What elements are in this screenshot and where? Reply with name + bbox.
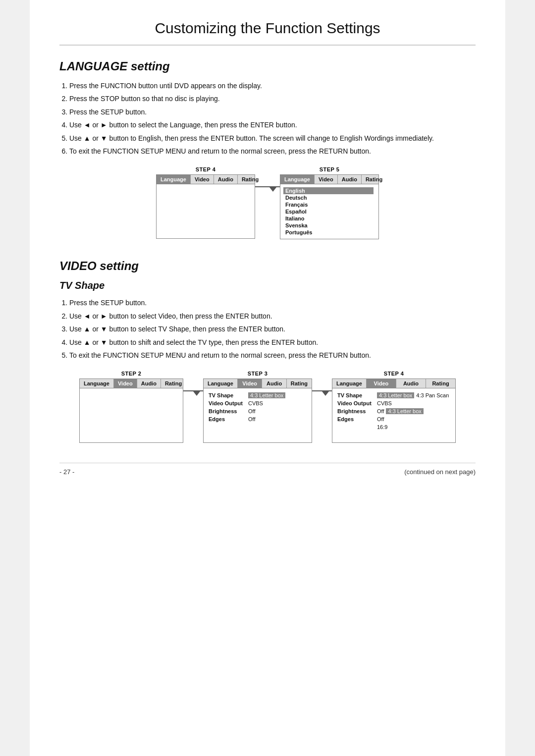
- language-section: LANGUAGE setting Press the FUNCTION butt…: [59, 59, 476, 239]
- vid-s2-h2: Video: [114, 379, 137, 388]
- vid-s4-row-brightness: Brightness Off 4:3 Letter box: [337, 407, 450, 415]
- arrow-down-2: [322, 391, 329, 396]
- vid-s4-row-tvshape: TV Shape 4:3 Letter box 4:3 Pan Scan: [337, 391, 450, 399]
- vid-s3-h3: Audio: [262, 379, 286, 388]
- vid-s3-row-edges: Edges Off: [209, 415, 307, 423]
- vid-step-3: Use ▲ or ▼ button to select TV Shape, th…: [69, 324, 476, 334]
- vid-s4-bright-v2: 4:3 Letter box: [386, 408, 423, 414]
- lang-step-2: Press the STOP button so that no disc is…: [69, 93, 476, 104]
- language-step5-block: STEP 5 Language Video Audio Rating Engli…: [280, 166, 379, 239]
- vid-s4-h3: Audio: [396, 379, 426, 388]
- vid-s3-row-tvshape: TV Shape 4:3 Letter box: [209, 391, 307, 399]
- vid-s4-tvshape-v1: 4:3 Letter box: [377, 392, 414, 398]
- language-section-title: LANGUAGE setting: [59, 59, 476, 73]
- vid-s3-h2: Video: [238, 379, 262, 388]
- lang-item-espanol: Español: [285, 208, 374, 215]
- lang-item-deutsch: Deutsch: [285, 194, 374, 201]
- language-step5-label: STEP 5: [280, 166, 379, 172]
- lang-step-4: Use ◄ or ► button to select the Language…: [69, 119, 476, 130]
- video-step4-menu: Language Video Audio Rating TV Shape 4:3…: [332, 378, 456, 443]
- vid-s2-h4: Rating: [161, 379, 186, 388]
- vid-s3-h4: Rating: [287, 379, 312, 388]
- lang-item-francais: Français: [285, 201, 374, 208]
- video-section: VIDEO setting TV Shape Press the SETUP b…: [59, 259, 476, 443]
- video-step4-body: TV Shape 4:3 Letter box 4:3 Pan Scan Vid…: [332, 388, 455, 434]
- video-step3-label: STEP 3: [203, 371, 312, 377]
- language-step4-label: STEP 4: [156, 166, 255, 172]
- arrow-down-triangle: [269, 187, 276, 192]
- lang-item-svenska: Svenska: [285, 222, 374, 229]
- lang-step-3: Press the SETUP button.: [69, 107, 476, 117]
- video-step4-label: STEP 4: [332, 371, 456, 377]
- video-step2-menu: Language Video Audio Rating: [79, 378, 183, 443]
- vid-s3-row-brightness: Brightness Off: [209, 407, 307, 415]
- vid-step-1: Press the SETUP button.: [69, 297, 476, 308]
- vid-s4-bright-v1: Off: [377, 408, 384, 414]
- lang-step-5: Use ▲ or ▼ button to English, then press…: [69, 133, 476, 144]
- language-step5-menu-body: English Deutsch Français Español Italian…: [280, 184, 378, 239]
- video-step2-header: Language Video Audio Rating: [80, 379, 183, 388]
- video-step3-header: Language Video Audio Rating: [204, 379, 312, 388]
- lang-s4-h2: Video: [191, 175, 214, 184]
- vid-arrow1: [183, 371, 203, 396]
- video-step4-header: Language Video Audio Rating: [332, 379, 455, 388]
- page-title: Customizing the Function Settings: [59, 20, 476, 46]
- lang-item-portugues: Português: [285, 229, 374, 236]
- vid-s4-row-videoout: Video Output CVBS: [337, 399, 450, 407]
- footer: - 27 - (continued on next page): [59, 463, 476, 476]
- lang-item-english: English: [283, 187, 374, 194]
- vid-s2-h1: Language: [80, 379, 114, 388]
- video-step3-body: TV Shape 4:3 Letter box Video Output CVB…: [204, 388, 312, 426]
- video-step2-label: STEP 2: [79, 371, 183, 377]
- vid-step-4: Use ▲ or ▼ button to shift and select th…: [69, 337, 476, 348]
- language-step4-block: STEP 4 Language Video Audio Rating: [156, 166, 255, 239]
- lang-s5-h2: Video: [315, 175, 338, 184]
- lang-arrow-connector: [255, 166, 280, 192]
- video-step4-block: STEP 4 Language Video Audio Rating TV Sh…: [332, 371, 456, 443]
- language-step4-menu-header: Language Video Audio Rating: [157, 175, 255, 184]
- page: Customizing the Function Settings LANGUA…: [30, 0, 505, 756]
- vid-s4-h4: Rating: [426, 379, 455, 388]
- footer-continued: (continued on next page): [404, 468, 476, 476]
- vid-step-2: Use ◄ or ► button to select Video, then …: [69, 311, 476, 322]
- language-step5-menu-header: Language Video Audio Rating: [280, 175, 378, 184]
- video-step3-block: STEP 3 Language Video Audio Rating TV Sh…: [203, 371, 312, 443]
- language-step5-menu: Language Video Audio Rating English Deut…: [280, 174, 379, 239]
- video-section-title: VIDEO setting: [59, 259, 476, 273]
- lang-step-6: To exit the FUNCTION SETUP MENU and retu…: [69, 146, 476, 157]
- video-step2-block: STEP 2 Language Video Audio Rating: [79, 371, 183, 443]
- lang-s5-h3: Audio: [338, 175, 362, 184]
- arrow-down-1: [193, 391, 200, 396]
- lang-s4-h1: Language: [157, 175, 191, 184]
- language-step4-menu: Language Video Audio Rating: [156, 174, 255, 239]
- vid-arrow2: [312, 371, 332, 396]
- lang-s5-h1: Language: [280, 175, 315, 184]
- vid-s4-row-edges: Edges Off: [337, 415, 450, 423]
- lang-step-1: Press the FUNCTION button until DVD appe…: [69, 80, 476, 91]
- vid-s3-h1: Language: [204, 379, 238, 388]
- vid-s3-row-videoout: Video Output CVBS: [209, 399, 307, 407]
- language-step4-menu-body: [157, 184, 255, 234]
- language-instructions: Press the FUNCTION button until DVD appe…: [59, 80, 476, 157]
- lang-item-italiano: Italiano: [285, 215, 374, 222]
- vid-step-5: To exit the FUNCTION SETUP MENU and retu…: [69, 350, 476, 361]
- footer-page-number: - 27 -: [59, 468, 74, 476]
- vid-s4-tvshape-v2: 4:3 Pan Scan: [416, 392, 449, 398]
- video-subsection-title: TV Shape: [59, 280, 476, 291]
- lang-s5-h4: Rating: [362, 175, 386, 184]
- vid-s2-h3: Audio: [137, 379, 161, 388]
- vid-s4-h2: Video: [367, 379, 396, 388]
- vid-s4-row-169: 16:9: [337, 423, 450, 431]
- arrow-horiz-line: [255, 186, 280, 187]
- video-instructions: Press the SETUP button. Use ◄ or ► butto…: [59, 297, 476, 361]
- vid-s4-h1: Language: [332, 379, 367, 388]
- video-step3-menu: Language Video Audio Rating TV Shape 4:3…: [203, 378, 312, 443]
- video-step2-body: [80, 388, 183, 433]
- lang-s4-h3: Audio: [214, 175, 238, 184]
